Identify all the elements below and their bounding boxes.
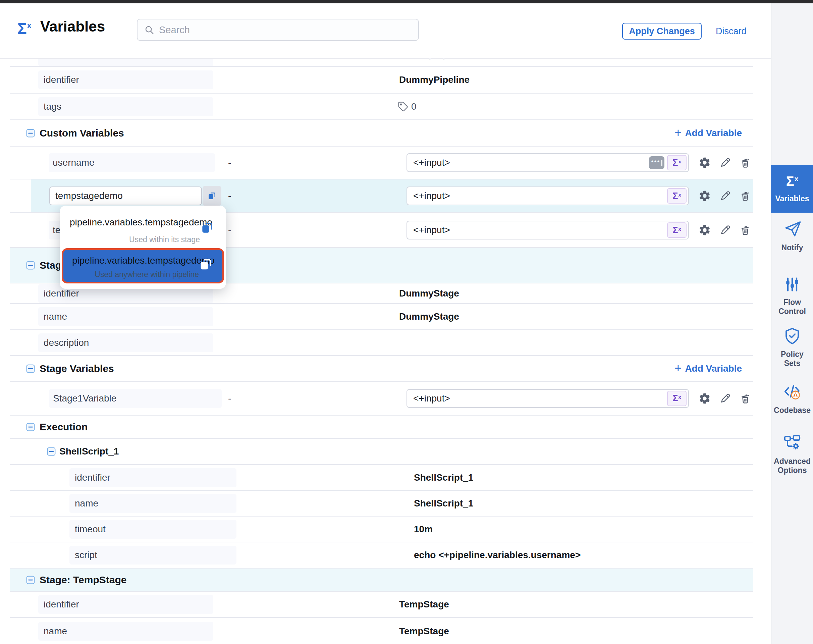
field-value: ShellScript_1 (414, 472, 473, 483)
table-row: description (10, 330, 753, 356)
copy-button[interactable] (202, 186, 221, 206)
field-value: DummyStage (399, 311, 459, 322)
collapse-minus-icon[interactable] (26, 422, 35, 432)
field-value: TempStage (399, 626, 449, 636)
field-value: DummyPipeline (399, 74, 469, 85)
add-variable-button[interactable]: + Add Variable (675, 127, 742, 138)
delete-trash-icon[interactable] (739, 156, 751, 169)
field-label-pill: name (38, 622, 213, 641)
expression-text: pipeline.variables.tempstagedemo (72, 255, 215, 266)
variable-value-input[interactable]: <+input> ••• Σx (406, 153, 689, 172)
table-row: timeout 10m (10, 517, 753, 542)
section-header-shellscript: ShellScript_1 (10, 439, 753, 465)
expression-sigma-icon[interactable]: Σx (667, 155, 687, 170)
type-separator: - (228, 393, 231, 404)
table-row: tags 0 (10, 94, 753, 120)
variable-value-input[interactable]: <+input> Σx (406, 187, 689, 205)
copy-icon (207, 191, 217, 201)
sidebar-item-advanced-options[interactable]: Advanced Options (772, 433, 813, 475)
table-row: name DummyStage (10, 304, 753, 330)
popover-option-stage-scope[interactable]: pipeline.variables.tempstagedemo Used wi… (60, 205, 226, 248)
search-input[interactable]: Search (137, 19, 419, 41)
sidebar-item-codebase[interactable]: Codebase (772, 382, 813, 415)
apply-changes-button[interactable]: Apply Changes (622, 23, 702, 40)
variable-name-pill[interactable]: Stage1Variable (49, 389, 222, 408)
variable-name: Stage1Variable (53, 393, 117, 404)
collapse-minus-icon[interactable] (46, 446, 56, 457)
field-label: name (44, 626, 67, 636)
edit-pencil-icon[interactable] (719, 190, 731, 202)
section-header-stage-temp: Stage: TempStage (10, 569, 753, 592)
field-label: timeout (75, 524, 106, 535)
field-label-pill (38, 59, 213, 66)
table-row: name ShellScript_1 (10, 491, 753, 517)
paper-plane-icon (783, 220, 802, 238)
field-label: identifier (44, 288, 79, 299)
collapse-minus-icon[interactable] (26, 363, 35, 374)
variable-name: te (53, 225, 60, 235)
page-title: Variables (40, 18, 105, 35)
variable-name-pill[interactable]: username (49, 153, 215, 172)
expression-scope: Used within its stage (129, 235, 200, 244)
collapse-minus-icon[interactable] (26, 128, 35, 138)
sidebar-item-notify[interactable]: Notify (772, 220, 813, 252)
edit-pencil-icon[interactable] (719, 393, 731, 405)
copy-icon[interactable] (198, 257, 214, 272)
variable-row-username: username - <+input> ••• Σx (10, 147, 753, 179)
sidebar-item-variables[interactable]: Σx Variables (771, 165, 813, 213)
field-label: identifier (44, 74, 79, 85)
tags-count: 0 (411, 101, 417, 112)
edit-pencil-icon[interactable] (719, 224, 731, 236)
variable-value-input[interactable]: <+input> Σx (406, 221, 689, 239)
edit-pencil-icon[interactable] (719, 156, 731, 169)
delete-trash-icon[interactable] (739, 190, 751, 202)
settings-gear-icon[interactable] (698, 392, 711, 405)
expression-sigma-icon[interactable]: Σx (667, 391, 687, 406)
section-header-execution: Execution (10, 416, 753, 439)
collapse-minus-icon[interactable] (26, 260, 35, 270)
add-variable-label: Add Variable (685, 128, 742, 138)
variable-name-edit-input[interactable]: tempstagedemo (49, 187, 202, 205)
field-label: identifier (44, 599, 79, 610)
field-label-pill: script (69, 546, 236, 564)
discard-button[interactable]: Discard (716, 23, 747, 40)
variable-value-input[interactable]: <+input> Σx (406, 389, 689, 408)
field-label: description (44, 337, 89, 348)
sidebar-item-policy-sets[interactable]: Policy Sets (772, 327, 813, 368)
table-row: identifier DummyPipeline (10, 67, 753, 94)
collapse-minus-icon[interactable] (26, 575, 35, 585)
popover-option-pipeline-scope-selected[interactable]: pipeline.variables.tempstagedemo Used an… (62, 248, 224, 284)
sidebar-item-label: Notify (780, 243, 804, 252)
copy-icon[interactable] (200, 220, 215, 235)
field-label-pill: timeout (69, 520, 236, 539)
sidebar-item-flow-control[interactable]: Flow Control (772, 276, 813, 316)
section-title: Execution (40, 421, 87, 433)
flowchart-gear-icon (783, 433, 802, 452)
sigma-x-icon: Σx (786, 175, 799, 188)
field-label: identifier (75, 472, 110, 483)
add-variable-button[interactable]: + Add Variable (675, 363, 742, 374)
field-label: name (75, 498, 98, 509)
field-value: TempStage (399, 599, 449, 610)
field-value: DummyStage (399, 288, 459, 299)
section-title: Custom Variables (40, 127, 124, 139)
type-separator: - (228, 225, 231, 235)
sidebar-item-label: Policy Sets (772, 350, 813, 368)
table-row: name TempStage (10, 618, 753, 644)
section-title: Stage: TempStage (40, 574, 127, 586)
expression-preview-badge: ••• (649, 156, 664, 169)
expression-sigma-icon[interactable]: Σx (667, 188, 687, 204)
delete-trash-icon[interactable] (739, 393, 751, 405)
settings-gear-icon[interactable] (698, 156, 711, 169)
settings-gear-icon[interactable] (698, 190, 711, 202)
pipeline-aspects-sidebar: Σx Variables Notify Flow Control Policy … (771, 3, 813, 644)
settings-gear-icon[interactable] (698, 224, 711, 236)
sidebar-item-label: Advanced Options (772, 457, 813, 475)
copy-expression-popover: pipeline.variables.tempstagedemo Used wi… (60, 205, 226, 289)
sliders-icon (784, 276, 801, 293)
variable-name: username (53, 157, 95, 168)
field-value: echo <+pipeline.variables.username> (414, 550, 581, 560)
delete-trash-icon[interactable] (739, 224, 751, 236)
variable-name: tempstagedemo (55, 190, 123, 201)
expression-sigma-icon[interactable]: Σx (667, 222, 687, 238)
